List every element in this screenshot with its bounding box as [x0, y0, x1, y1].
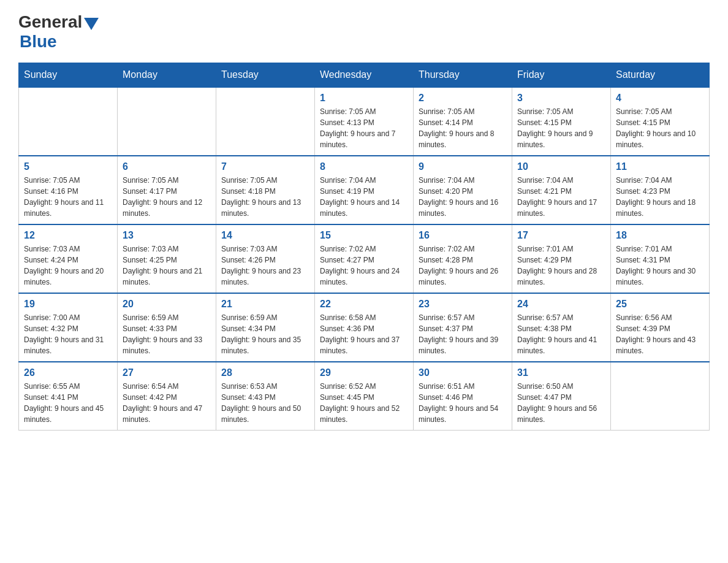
day-info: Sunrise: 7:05 AM Sunset: 4:18 PM Dayligh…	[221, 175, 309, 219]
day-number: 22	[320, 299, 408, 310]
day-info: Sunrise: 7:04 AM Sunset: 4:19 PM Dayligh…	[320, 175, 408, 219]
calendar-cell: 22Sunrise: 6:58 AM Sunset: 4:36 PM Dayli…	[315, 293, 414, 362]
calendar-cell: 19Sunrise: 7:00 AM Sunset: 4:32 PM Dayli…	[19, 293, 118, 362]
day-info: Sunrise: 6:57 AM Sunset: 4:37 PM Dayligh…	[419, 312, 507, 356]
calendar-cell: 17Sunrise: 7:01 AM Sunset: 4:29 PM Dayli…	[512, 224, 611, 293]
calendar-cell: 21Sunrise: 6:59 AM Sunset: 4:34 PM Dayli…	[216, 293, 315, 362]
day-number: 6	[123, 161, 211, 172]
column-header-sunday: Sunday	[19, 63, 118, 88]
day-number: 8	[320, 161, 408, 172]
calendar-cell: 27Sunrise: 6:54 AM Sunset: 4:42 PM Dayli…	[118, 362, 216, 431]
calendar-cell: 15Sunrise: 7:02 AM Sunset: 4:27 PM Dayli…	[315, 224, 414, 293]
day-info: Sunrise: 7:04 AM Sunset: 4:21 PM Dayligh…	[517, 175, 605, 219]
day-info: Sunrise: 7:03 AM Sunset: 4:24 PM Dayligh…	[24, 243, 112, 288]
day-info: Sunrise: 7:03 AM Sunset: 4:25 PM Dayligh…	[123, 243, 211, 288]
day-number: 15	[320, 230, 408, 241]
calendar-cell: 1Sunrise: 7:05 AM Sunset: 4:13 PM Daylig…	[315, 87, 414, 156]
day-number: 13	[123, 230, 211, 241]
day-info: Sunrise: 6:51 AM Sunset: 4:46 PM Dayligh…	[419, 381, 507, 425]
day-number: 11	[616, 161, 704, 172]
calendar-cell: 3Sunrise: 7:05 AM Sunset: 4:15 PM Daylig…	[512, 87, 611, 156]
day-info: Sunrise: 6:54 AM Sunset: 4:42 PM Dayligh…	[123, 381, 211, 425]
day-number: 31	[517, 367, 605, 378]
calendar-week-row: 12Sunrise: 7:03 AM Sunset: 4:24 PM Dayli…	[19, 224, 710, 293]
day-number: 18	[616, 230, 704, 241]
column-header-wednesday: Wednesday	[315, 63, 414, 88]
day-number: 25	[616, 299, 704, 310]
day-number: 28	[221, 367, 309, 378]
calendar-cell: 5Sunrise: 7:05 AM Sunset: 4:16 PM Daylig…	[19, 156, 118, 224]
page-header: General Blue	[18, 12, 710, 52]
day-number: 21	[221, 299, 309, 310]
day-number: 4	[616, 93, 704, 104]
day-number: 19	[24, 299, 112, 310]
day-number: 10	[517, 161, 605, 172]
day-number: 27	[123, 367, 211, 378]
day-number: 2	[419, 93, 507, 104]
day-info: Sunrise: 6:52 AM Sunset: 4:45 PM Dayligh…	[320, 381, 408, 425]
calendar-cell: 8Sunrise: 7:04 AM Sunset: 4:19 PM Daylig…	[315, 156, 414, 224]
day-info: Sunrise: 7:02 AM Sunset: 4:27 PM Dayligh…	[320, 243, 408, 288]
day-number: 3	[517, 93, 605, 104]
day-number: 29	[320, 367, 408, 378]
day-number: 16	[419, 230, 507, 241]
calendar-week-row: 19Sunrise: 7:00 AM Sunset: 4:32 PM Dayli…	[19, 293, 710, 362]
day-info: Sunrise: 6:55 AM Sunset: 4:41 PM Dayligh…	[24, 381, 112, 425]
calendar-cell: 4Sunrise: 7:05 AM Sunset: 4:15 PM Daylig…	[611, 87, 710, 156]
day-info: Sunrise: 6:59 AM Sunset: 4:34 PM Dayligh…	[221, 312, 309, 356]
calendar-cell: 10Sunrise: 7:04 AM Sunset: 4:21 PM Dayli…	[512, 156, 611, 224]
calendar-cell: 20Sunrise: 6:59 AM Sunset: 4:33 PM Dayli…	[118, 293, 216, 362]
column-header-monday: Monday	[118, 63, 216, 88]
day-info: Sunrise: 6:50 AM Sunset: 4:47 PM Dayligh…	[517, 381, 605, 425]
column-header-thursday: Thursday	[414, 63, 512, 88]
day-number: 30	[419, 367, 507, 378]
calendar-cell: 6Sunrise: 7:05 AM Sunset: 4:17 PM Daylig…	[118, 156, 216, 224]
calendar-cell: 16Sunrise: 7:02 AM Sunset: 4:28 PM Dayli…	[414, 224, 512, 293]
calendar-cell: 30Sunrise: 6:51 AM Sunset: 4:46 PM Dayli…	[414, 362, 512, 431]
logo-triangle-icon	[84, 18, 99, 30]
day-number: 7	[221, 161, 309, 172]
logo: General Blue	[18, 12, 99, 52]
calendar-cell	[118, 87, 216, 156]
logo-general-text: General	[18, 12, 82, 32]
calendar-cell: 12Sunrise: 7:03 AM Sunset: 4:24 PM Dayli…	[19, 224, 118, 293]
day-info: Sunrise: 7:02 AM Sunset: 4:28 PM Dayligh…	[419, 243, 507, 288]
calendar-cell: 24Sunrise: 6:57 AM Sunset: 4:38 PM Dayli…	[512, 293, 611, 362]
day-info: Sunrise: 7:05 AM Sunset: 4:17 PM Dayligh…	[123, 175, 211, 219]
day-info: Sunrise: 6:57 AM Sunset: 4:38 PM Dayligh…	[517, 312, 605, 356]
day-number: 24	[517, 299, 605, 310]
calendar-cell: 7Sunrise: 7:05 AM Sunset: 4:18 PM Daylig…	[216, 156, 315, 224]
day-number: 12	[24, 230, 112, 241]
calendar-cell: 23Sunrise: 6:57 AM Sunset: 4:37 PM Dayli…	[414, 293, 512, 362]
calendar-cell	[19, 87, 118, 156]
calendar-cell: 25Sunrise: 6:56 AM Sunset: 4:39 PM Dayli…	[611, 293, 710, 362]
day-info: Sunrise: 6:59 AM Sunset: 4:33 PM Dayligh…	[123, 312, 211, 356]
calendar-cell: 28Sunrise: 6:53 AM Sunset: 4:43 PM Dayli…	[216, 362, 315, 431]
day-info: Sunrise: 7:05 AM Sunset: 4:15 PM Dayligh…	[517, 106, 605, 150]
day-info: Sunrise: 7:04 AM Sunset: 4:20 PM Dayligh…	[419, 175, 507, 219]
day-number: 20	[123, 299, 211, 310]
column-header-tuesday: Tuesday	[216, 63, 315, 88]
calendar-week-row: 1Sunrise: 7:05 AM Sunset: 4:13 PM Daylig…	[19, 87, 710, 156]
column-header-friday: Friday	[512, 63, 611, 88]
calendar-week-row: 5Sunrise: 7:05 AM Sunset: 4:16 PM Daylig…	[19, 156, 710, 224]
day-info: Sunrise: 7:05 AM Sunset: 4:15 PM Dayligh…	[616, 106, 704, 150]
calendar-cell: 26Sunrise: 6:55 AM Sunset: 4:41 PM Dayli…	[19, 362, 118, 431]
calendar-cell: 18Sunrise: 7:01 AM Sunset: 4:31 PM Dayli…	[611, 224, 710, 293]
day-number: 5	[24, 161, 112, 172]
day-number: 14	[221, 230, 309, 241]
calendar-cell: 2Sunrise: 7:05 AM Sunset: 4:14 PM Daylig…	[414, 87, 512, 156]
day-number: 26	[24, 367, 112, 378]
day-info: Sunrise: 7:05 AM Sunset: 4:13 PM Dayligh…	[320, 106, 408, 150]
calendar-cell: 9Sunrise: 7:04 AM Sunset: 4:20 PM Daylig…	[414, 156, 512, 224]
day-info: Sunrise: 7:01 AM Sunset: 4:31 PM Dayligh…	[616, 243, 704, 288]
day-info: Sunrise: 7:03 AM Sunset: 4:26 PM Dayligh…	[221, 243, 309, 288]
calendar-header-row: SundayMondayTuesdayWednesdayThursdayFrid…	[19, 63, 710, 88]
calendar-cell: 11Sunrise: 7:04 AM Sunset: 4:23 PM Dayli…	[611, 156, 710, 224]
day-info: Sunrise: 6:56 AM Sunset: 4:39 PM Dayligh…	[616, 312, 704, 356]
calendar-cell: 13Sunrise: 7:03 AM Sunset: 4:25 PM Dayli…	[118, 224, 216, 293]
day-number: 1	[320, 93, 408, 104]
day-info: Sunrise: 7:01 AM Sunset: 4:29 PM Dayligh…	[517, 243, 605, 288]
day-info: Sunrise: 7:04 AM Sunset: 4:23 PM Dayligh…	[616, 175, 704, 219]
day-number: 9	[419, 161, 507, 172]
